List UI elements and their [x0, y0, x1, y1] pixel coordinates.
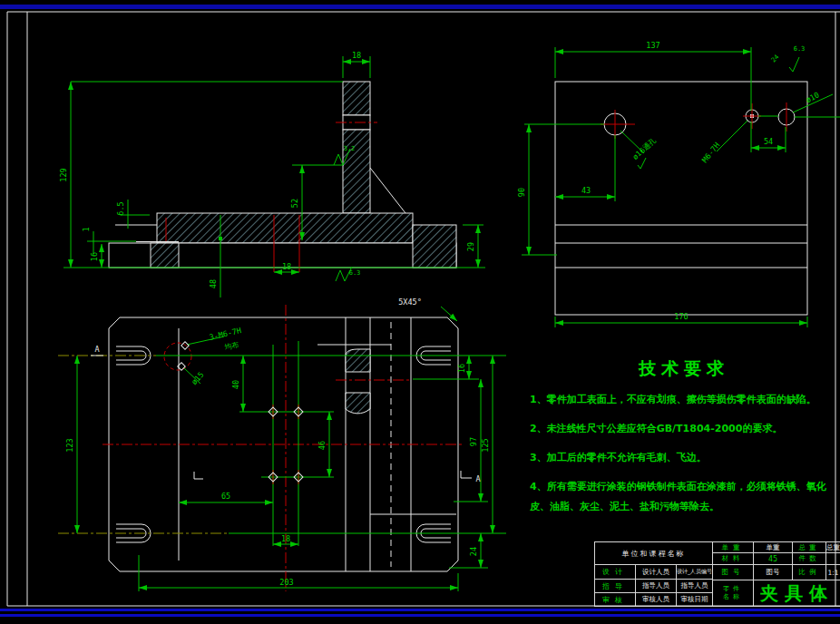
hole-callout-16: ø16通孔 — [630, 135, 659, 161]
org-name-cell: 单位和课程名称 — [595, 542, 713, 565]
tech-requirement-item: 4、所有需要进行涂装的钢铁制件表面在涂漆前，必须将铁锈、氧化皮、油脂、灰尘、泥土… — [530, 477, 838, 517]
total-weight-value-cell: 总重 — [826, 542, 840, 553]
dim-176: 176 — [674, 312, 688, 321]
window-top-strip — [0, 5, 840, 9]
unit-weight-label-cell: 单重 — [713, 542, 754, 553]
roughness-icon — [336, 270, 345, 281]
technical-requirements: 技术要求 1、零件加工表面上，不应有划痕、擦伤等损伤零件表面的缺陷。 2、未注线… — [530, 357, 838, 517]
dim-6-5: 6.5 — [116, 201, 125, 215]
window-bottom-strip-2 — [0, 614, 840, 617]
adviser-cell: 指导人员 — [636, 580, 677, 593]
dim-46: 46 — [317, 441, 327, 450]
dim-54: 54 — [764, 137, 773, 146]
total-weight-label-cell: 总重 — [793, 542, 826, 553]
scale-label-cell: 比例 — [793, 565, 826, 580]
section-label-a-right: A — [475, 474, 480, 483]
dim-48: 48 — [209, 279, 218, 288]
dim-16: 16 — [457, 364, 466, 373]
note-24: 24 — [770, 54, 781, 64]
roughness-value: 6.3 — [794, 45, 806, 53]
dim-1: 1 — [82, 227, 91, 231]
dim-top-width: 18 — [352, 51, 361, 60]
qty-value-cell — [826, 553, 840, 565]
roughness-icon — [638, 158, 646, 169]
cad-drawing-canvas[interactable]: 18 129 6.5 1 16 52 48 18 29 3.2 6.3 — [0, 0, 840, 624]
tech-requirements-title: 技术要求 — [530, 357, 838, 381]
hole-callout-m6: M6-7H — [700, 141, 722, 164]
tech-requirement-item: 3、加工后的零件不允许有毛刺、飞边。 — [530, 448, 838, 468]
part-name-label-line2: 名称 — [723, 593, 743, 601]
plan-view: 123 40 46 65 18 203 16 97 125 24 3-M6-7H… — [58, 297, 506, 591]
side-view: 137 90 43 54 176 ø16通孔 M6-7H ø10 6.3 24 — [517, 41, 840, 327]
adviser-dup-cell: 指导人员 — [677, 580, 713, 593]
grip-point — [219, 237, 222, 240]
dim-18-bottom: 18 — [282, 262, 291, 271]
dim-24: 24 — [469, 547, 478, 556]
dim-203: 203 — [279, 578, 293, 587]
dim-65: 65 — [221, 492, 230, 501]
dim-18: 18 — [281, 534, 290, 543]
dim-125: 125 — [481, 438, 490, 452]
corner-mark — [194, 472, 203, 479]
hole-callout-10: ø10 — [804, 90, 820, 104]
hole-markers — [178, 342, 303, 484]
front-view: 18 129 6.5 1 16 52 48 18 29 3.2 6.3 — [59, 51, 485, 297]
dim-40: 40 — [231, 380, 240, 389]
dim-16: 16 — [90, 252, 99, 261]
material-value-cell: 45 — [754, 553, 793, 565]
sheet-frame — [0, 5, 840, 617]
dwg-no-value-cell: 图号 — [754, 565, 793, 580]
dwg-no-label-cell: 图号 — [713, 565, 754, 580]
part-name-label-cell: 零件 名称 — [713, 580, 754, 607]
tech-requirement-item: 1、零件加工表面上，不应有划痕、擦伤等损伤零件表面的缺陷。 — [530, 390, 838, 410]
chamfer-note: 5X45° — [398, 297, 422, 307]
section-label-a-left: A — [94, 345, 99, 354]
drawing-sheet: 18 129 6.5 1 16 52 48 18 29 3.2 6.3 — [0, 0, 840, 624]
part-name-cell: 夹具体 — [754, 580, 840, 607]
dim-90: 90 — [517, 188, 526, 197]
dim-97: 97 — [469, 437, 478, 446]
section-arrow — [461, 471, 472, 478]
review-label-cell: 审核 — [595, 593, 636, 607]
designer-no-cell: 设计_人员编号 — [677, 565, 713, 580]
dim-43: 43 — [581, 186, 591, 195]
tech-requirement-item: 2、未注线性尺寸公差应符合GB/T1804-2000的要求。 — [530, 419, 838, 439]
dia-callout: ø15 — [190, 370, 206, 386]
dim-137: 137 — [646, 41, 659, 50]
window-bottom-strip-1 — [0, 609, 840, 611]
roughness-icon — [789, 57, 799, 72]
dim-height-129: 129 — [59, 168, 68, 181]
review-date-cell: 审核日期 — [677, 593, 713, 607]
thread-callout: 3-M6-7H — [209, 326, 242, 342]
qty-label-cell: 件数 — [793, 553, 826, 565]
roughness-value: 6.3 — [349, 269, 361, 277]
dim-52: 52 — [290, 199, 299, 208]
roughness-value: 3.2 — [344, 145, 356, 152]
advise-label-cell: 指导 — [595, 580, 636, 593]
designer-cell: 设计人员 — [636, 565, 677, 580]
part-name-label-line1: 零件 — [723, 585, 743, 593]
dim-123: 123 — [65, 438, 74, 452]
scale-value-cell: 1:1 — [826, 565, 840, 580]
unit-weight-value-cell: 单重 — [754, 542, 793, 553]
thread-pattern-note: 均布 — [223, 340, 240, 352]
design-label-cell: 设计 — [595, 565, 636, 580]
reviewer-cell: 审核人员 — [636, 593, 677, 607]
roughness-icon — [334, 154, 343, 165]
dim-29: 29 — [466, 242, 475, 251]
title-block: 单位和课程名称 设计 设计人员 设计_人员编号 指导 指导人员 指导人员 审核 … — [594, 541, 840, 607]
material-label-cell: 材料 — [713, 553, 754, 565]
